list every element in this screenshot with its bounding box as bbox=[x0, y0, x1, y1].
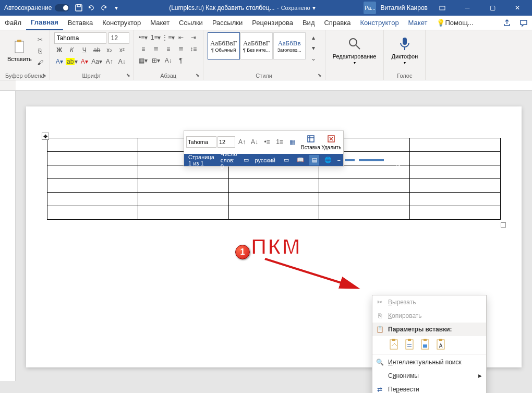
autosave-toggle[interactable] bbox=[55, 4, 69, 11]
font-color-button[interactable]: A▾ bbox=[79, 56, 90, 67]
clipboard-launcher[interactable]: ⬊ bbox=[42, 73, 49, 79]
ribbon-options-icon[interactable] bbox=[432, 0, 453, 16]
tab-table-design[interactable]: Конструктор bbox=[355, 16, 403, 30]
superscript-button[interactable]: x² bbox=[117, 45, 127, 55]
mini-insert-icon[interactable] bbox=[305, 133, 317, 145]
style-normal[interactable]: АаБбВвГ ¶ Обычный bbox=[208, 32, 240, 59]
align-center-button[interactable]: ≣ bbox=[151, 44, 161, 54]
share-button[interactable] bbox=[499, 16, 515, 30]
numbering-button[interactable]: 1≡▾ bbox=[151, 32, 161, 43]
styles-up-icon[interactable]: ▴ bbox=[308, 32, 319, 43]
comments-button[interactable] bbox=[515, 16, 532, 30]
ruler-vertical[interactable] bbox=[0, 91, 16, 381]
tab-design[interactable]: Конструктор bbox=[98, 16, 146, 30]
zoom-in-button[interactable]: + bbox=[388, 157, 391, 163]
style-heading1[interactable]: АаБбВв Заголово... bbox=[273, 32, 306, 59]
line-spacing-button[interactable]: ↕≡ bbox=[188, 44, 199, 54]
justify-button[interactable]: ≣ bbox=[176, 44, 186, 54]
dictate-button[interactable]: Диктофон ▾ bbox=[388, 32, 421, 68]
text-effects-button[interactable]: A▾ bbox=[54, 56, 65, 67]
style-nospacing[interactable]: АаБбВвГ ¶ Без инте... bbox=[240, 32, 273, 59]
table-resize-handle[interactable] bbox=[501, 222, 506, 228]
qat-more-icon[interactable]: ▾ bbox=[112, 4, 120, 12]
ctx-synonyms[interactable]: Синонимы▶ bbox=[372, 369, 486, 383]
shading-button[interactable]: ▦▾ bbox=[138, 55, 149, 66]
copy-icon[interactable]: ⎘ bbox=[35, 46, 45, 56]
borders-button[interactable]: ⊞▾ bbox=[151, 55, 161, 66]
editing-button[interactable]: Редактирование ▾ bbox=[330, 32, 380, 68]
print-layout-button[interactable]: ▤ bbox=[309, 155, 319, 165]
ctx-copy[interactable]: ⎘Копировать bbox=[372, 309, 486, 323]
ruler-horizontal[interactable] bbox=[0, 80, 532, 91]
tab-insert[interactable]: Вставка bbox=[63, 16, 98, 30]
mini-size-select[interactable] bbox=[217, 136, 235, 148]
inc-indent-button[interactable]: ⇥ bbox=[188, 32, 199, 43]
underline-button[interactable]: Ч bbox=[79, 45, 90, 55]
tab-review[interactable]: Рецензирова bbox=[247, 16, 298, 30]
zoom-slider[interactable] bbox=[345, 159, 384, 161]
shrink-font-button[interactable]: A↓ bbox=[117, 56, 127, 67]
show-marks-button[interactable]: ¶ bbox=[176, 55, 186, 66]
web-layout-button[interactable]: 🌐 bbox=[323, 155, 333, 165]
mini-bullets-button[interactable]: •≡ bbox=[261, 136, 273, 148]
grow-font-button[interactable]: A↑ bbox=[104, 56, 115, 67]
change-case-button[interactable]: Aa▾ bbox=[92, 56, 102, 67]
highlight-button[interactable]: ab▾ bbox=[67, 56, 77, 67]
zoom-out-button[interactable]: − bbox=[337, 157, 341, 163]
zoom-level[interactable]: 120 % bbox=[395, 154, 410, 166]
redo-icon[interactable] bbox=[100, 4, 108, 12]
paragraph-launcher[interactable]: ⬊ bbox=[196, 73, 202, 79]
paste-merge-icon[interactable] bbox=[404, 338, 416, 351]
format-painter-icon[interactable]: 🖌 bbox=[35, 57, 45, 68]
tab-home[interactable]: Главная bbox=[26, 16, 63, 30]
tab-view[interactable]: Вид bbox=[298, 16, 320, 30]
status-words[interactable]: Число слов: 0 bbox=[221, 151, 237, 170]
paste-text-icon[interactable]: A bbox=[435, 338, 448, 351]
subscript-button[interactable]: x₂ bbox=[104, 45, 115, 55]
close-button[interactable]: ✕ bbox=[507, 0, 528, 16]
italic-button[interactable]: К bbox=[67, 45, 77, 55]
save-icon[interactable] bbox=[75, 4, 83, 12]
align-right-button[interactable]: ≡ bbox=[163, 44, 174, 54]
styles-launcher[interactable]: ⬊ bbox=[318, 73, 324, 79]
strike-button[interactable]: ab bbox=[92, 45, 102, 55]
font-family-select[interactable] bbox=[54, 32, 106, 44]
sort-button[interactable]: A↓ bbox=[163, 55, 174, 66]
font-launcher[interactable]: ⬊ bbox=[126, 73, 132, 79]
mini-shrinkfont-button[interactable]: A↓ bbox=[249, 136, 260, 148]
styles-down-icon[interactable]: ▾ bbox=[308, 43, 319, 53]
focus-mode-button[interactable]: ▭ bbox=[282, 155, 292, 165]
tab-layout[interactable]: Макет bbox=[146, 16, 174, 30]
font-size-select[interactable] bbox=[108, 32, 129, 44]
cut-icon[interactable]: ✂ bbox=[35, 34, 45, 45]
tab-file[interactable]: Файл bbox=[0, 16, 26, 30]
read-mode-button[interactable]: 📖 bbox=[296, 155, 306, 165]
mini-growfont-button[interactable]: A↑ bbox=[236, 136, 248, 148]
align-left-button[interactable]: ≡ bbox=[138, 44, 149, 54]
status-proofing-icon[interactable]: ▭ bbox=[244, 157, 249, 163]
user-avatar[interactable]: Pa... bbox=[364, 2, 376, 14]
table-move-handle[interactable]: ✥ bbox=[42, 133, 49, 140]
tab-table-layout[interactable]: Макет bbox=[404, 16, 432, 30]
paste-keep-source-icon[interactable] bbox=[388, 338, 401, 351]
bold-button[interactable]: Ж bbox=[54, 45, 65, 55]
status-language[interactable]: русский bbox=[255, 157, 275, 163]
status-page[interactable]: Страница 1 из 1 bbox=[188, 154, 214, 166]
tab-mailings[interactable]: Рассылки bbox=[208, 16, 247, 30]
ctx-translate[interactable]: ⇄Перевести bbox=[372, 383, 486, 393]
styles-more-icon[interactable]: ⌄ bbox=[308, 53, 319, 64]
ctx-cut[interactable]: ✂ВВырезатьырезать bbox=[372, 295, 486, 309]
mini-font-select[interactable] bbox=[186, 136, 216, 148]
ctx-smart-lookup[interactable]: 🔍Интеллектуальный поиск bbox=[372, 355, 486, 369]
paste-button[interactable]: Вставить bbox=[4, 32, 35, 68]
tab-references[interactable]: Ссылки bbox=[174, 16, 208, 30]
paste-picture-icon[interactable] bbox=[419, 338, 432, 351]
maximize-button[interactable]: ▢ bbox=[482, 0, 503, 16]
undo-icon[interactable] bbox=[87, 4, 95, 12]
tab-tellme[interactable]: 💡 Помощ... bbox=[432, 16, 478, 30]
minimize-button[interactable]: ─ bbox=[457, 0, 478, 16]
bullets-button[interactable]: •≡▾ bbox=[138, 32, 149, 43]
tab-help[interactable]: Справка bbox=[319, 16, 355, 30]
multilevel-button[interactable]: ⋮≡▾ bbox=[163, 32, 174, 43]
mini-border-button[interactable]: ▦ bbox=[286, 136, 298, 148]
